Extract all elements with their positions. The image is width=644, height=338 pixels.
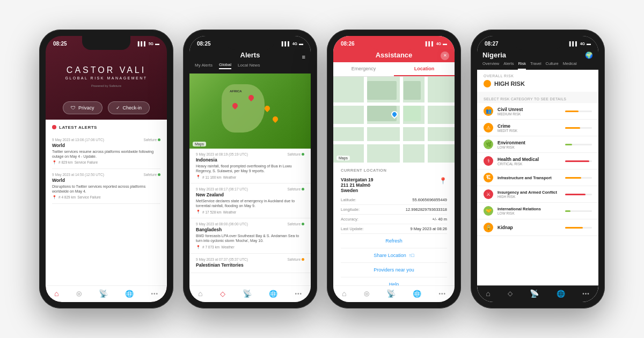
radio-icon: 📡 xyxy=(99,289,108,298)
phone-2-screen: 08:25 ▌▌▌ 4G ▬ Alerts ≡ My Alerts xyxy=(189,36,311,302)
privacy-button[interactable]: 🛡 Privacy xyxy=(63,101,103,114)
nav2-more[interactable]: ••• xyxy=(295,291,302,297)
nav3-radio[interactable]: 📡 xyxy=(386,289,396,298)
safesure-dot-1 xyxy=(158,138,160,141)
safesure-dot-2 xyxy=(158,173,160,176)
current-location-title: CURRENT LOCATION xyxy=(341,168,447,173)
road-v-3 xyxy=(425,77,428,163)
nav-globe[interactable]: 🌐 xyxy=(125,290,134,298)
nav2-alert[interactable]: ◇ xyxy=(220,290,225,298)
crime-content: Crime MEDIT RISK xyxy=(497,123,561,133)
tab-emergency[interactable]: Emergency xyxy=(333,62,394,76)
tab-global[interactable]: Global xyxy=(219,62,231,69)
alert-list-item-3[interactable]: 9 May 2023 at 08:00 (06:00 UTC) Safeture… xyxy=(189,218,311,253)
nav-more[interactable]: ••• xyxy=(151,291,158,297)
nav3-search[interactable]: ◎ xyxy=(364,290,369,297)
alert-list-item-2[interactable]: 9 May 2023 at 08:17 (06:17 UTC) Safeture… xyxy=(189,183,311,218)
phone-4-notch xyxy=(514,36,562,50)
more-icon-3: ••• xyxy=(438,291,446,297)
crime-bar-container xyxy=(565,127,592,129)
nav-alert[interactable]: 📡 xyxy=(99,289,108,298)
pin-l1: 📍 xyxy=(196,175,201,179)
alert-list-item-1[interactable]: 9 May 2023 at 08:19 (05:19 UTC) Safeture… xyxy=(189,149,311,183)
high-risk-dot xyxy=(484,80,491,87)
globe-icon-4: 🌍 xyxy=(585,52,593,59)
nav4-more[interactable]: ••• xyxy=(582,291,590,297)
pin-icon-2: 📍 xyxy=(52,195,57,200)
location-info: CURRENT LOCATION Västergatan 19 211 21 M… xyxy=(333,163,455,302)
nav-search[interactable]: ◎ xyxy=(76,290,82,297)
network-icon-3: 4G xyxy=(436,42,441,46)
risk-item-infrastructure[interactable]: 🏗 Infrastructure and Transport xyxy=(477,170,598,186)
latitude-row: Latitude: 55.6065696855449 xyxy=(341,195,447,205)
tab-risk[interactable]: Risk xyxy=(518,61,526,70)
phone-3-time: 08:26 xyxy=(341,41,355,47)
share-location-button[interactable]: Share Location ↑□ xyxy=(341,248,447,263)
alerts-map: AFRICA Maps xyxy=(189,74,311,149)
insurgency-content: Insurgency and Armed Conflict HIGH RISK xyxy=(497,190,561,199)
assistance-close-button[interactable]: ✕ xyxy=(441,52,449,60)
more-icon-2: ••• xyxy=(295,291,302,297)
tab-location[interactable]: Location xyxy=(394,62,455,76)
risk-item-civil-unrest[interactable]: 👥 Civil Unrest MEDIUM RISK xyxy=(477,103,598,120)
longitude-row: Longitude: 12.9962829793633318 xyxy=(341,205,447,215)
nav4-radio[interactable]: 📡 xyxy=(530,289,539,298)
latest-alerts-title: LATEST ALERTS xyxy=(59,125,97,130)
nav-home[interactable]: ⌂ xyxy=(54,289,58,298)
risk-item-crime[interactable]: ⚠ Crime MEDIT RISK xyxy=(477,120,598,136)
risk-item-environment[interactable]: 🌿 Environment LOW RISK xyxy=(477,136,598,153)
alert-list-1-safesure: Safeture xyxy=(287,152,304,156)
nav4-globe[interactable]: 🌐 xyxy=(557,290,565,298)
phone-1-status-icons: ▌▌▌ 5G ▬ xyxy=(138,41,159,46)
tab-travel[interactable]: Travel xyxy=(530,61,541,70)
tab-medical[interactable]: Medical xyxy=(563,61,577,70)
alert-2-title: World xyxy=(52,178,160,183)
alert-list-1-date: 9 May 2023 at 08:19 (05:19 UTC) xyxy=(196,152,248,156)
select-category-label: SELECT RISK CATEGORY TO SEE DETAILS xyxy=(484,97,592,101)
tab-culture[interactable]: Culture xyxy=(546,61,559,70)
nav4-home[interactable]: ⌂ xyxy=(486,289,490,298)
nav2-globe[interactable]: 🌐 xyxy=(269,290,277,298)
alerts-list: 9 May 2023 at 08:19 (05:19 UTC) Safeture… xyxy=(189,149,311,302)
providers-near-button[interactable]: Providers near you xyxy=(341,263,447,277)
nav2-radio[interactable]: 📡 xyxy=(243,289,252,298)
nav3-globe[interactable]: 🌐 xyxy=(413,290,421,298)
kidnap-bar xyxy=(565,227,583,229)
filter-icon[interactable]: ≡ xyxy=(302,54,305,60)
civil-unrest-bar xyxy=(565,111,579,112)
powered-by: Powered by Safeture xyxy=(91,84,121,87)
alert-item-2[interactable]: 9 May 2023 at 14:50 (12:50 UTC) Safeture… xyxy=(52,169,160,204)
nav4-diamond[interactable]: ◇ xyxy=(508,290,513,297)
risk-item-insurgency[interactable]: ⚔ Insurgency and Armed Conflict HIGH RIS… xyxy=(477,186,598,203)
checkin-button[interactable]: ✓ Check-in xyxy=(108,101,150,114)
tab-my-alerts[interactable]: My Alerts xyxy=(195,63,213,69)
phone-4-time: 08:27 xyxy=(485,41,499,47)
map-pin-3 xyxy=(264,105,271,112)
risk-item-kidnap[interactable]: 🔒 Kidnap xyxy=(477,219,598,236)
map-pin-4 xyxy=(272,115,279,123)
nav3-more[interactable]: ••• xyxy=(438,291,446,297)
alerts-header: Alerts ≡ My Alerts Global Local News xyxy=(189,49,311,74)
alert-dot-icon xyxy=(52,125,56,129)
refresh-button[interactable]: Refresh xyxy=(341,234,447,248)
risk-item-international-relations[interactable]: 🤝 International Relations LOW RISK xyxy=(477,203,598,219)
risk-header-top: Nigeria 🌍 xyxy=(482,51,593,59)
tab-alerts-4[interactable]: Alerts xyxy=(503,61,514,70)
environment-bar xyxy=(565,144,572,145)
tab-overview[interactable]: Overview xyxy=(482,61,499,70)
risk-item-health[interactable]: ⚕ Health and Medical CRITICAL RISK xyxy=(477,153,598,170)
nav2-home[interactable]: ⌂ xyxy=(198,289,202,298)
phone-4: 08:27 ▌▌▌ 4G ▬ Nigeria 🌍 Overview xyxy=(471,30,605,308)
battery-icon: ▬ xyxy=(155,41,159,46)
tab-local-news[interactable]: Local News xyxy=(238,63,260,69)
globe-icon: 🌐 xyxy=(125,290,134,298)
alert-item-1[interactable]: 9 May 2023 at 13:06 (17:06 UTC) Safeture… xyxy=(52,134,160,169)
nav3-home[interactable]: ⌂ xyxy=(342,289,346,298)
alert-2-dist: # 4 829 km xyxy=(58,195,76,199)
street-map-bg: Maps xyxy=(333,77,455,163)
road-h-3 xyxy=(333,141,455,144)
block-2 xyxy=(404,81,421,100)
alert-list-item-4[interactable]: 9 May 2023 at 07:37 (05:37 UTC) Safeture… xyxy=(189,254,311,273)
diamond-icon-4: ◇ xyxy=(508,290,513,297)
alert-1-tag: Service Failure xyxy=(75,160,98,164)
